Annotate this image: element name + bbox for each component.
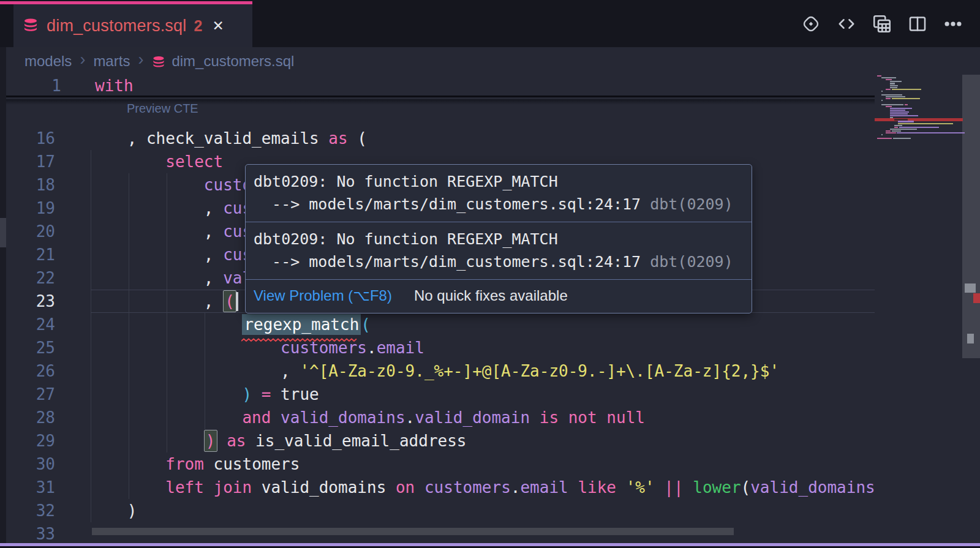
code-token: lower xyxy=(693,478,741,497)
dbt-logo-icon[interactable] xyxy=(800,13,822,35)
breadcrumb-marts[interactable]: marts xyxy=(93,53,130,70)
code-line-27[interactable]: 27 ) = true xyxy=(0,383,875,406)
line-number-25[interactable]: 25 xyxy=(6,336,55,359)
code-token: , xyxy=(281,362,300,380)
problem-source: dbt(0209) xyxy=(650,195,733,213)
code-token: as xyxy=(328,129,347,148)
code-token: '%' xyxy=(626,478,655,497)
line-number-18[interactable]: 18 xyxy=(6,173,55,197)
line-number-24[interactable]: 24 xyxy=(6,313,55,336)
problem-hover-popup: dbt0209: No function REGEXP_MATCH --> mo… xyxy=(245,164,752,313)
code-token: . xyxy=(405,408,415,427)
code-token xyxy=(217,432,227,450)
line-number-19[interactable]: 19 xyxy=(6,197,55,220)
minimap-line xyxy=(881,94,902,96)
code-token xyxy=(616,478,626,497)
line-number-32[interactable]: 32 xyxy=(6,499,55,522)
code-token: like xyxy=(578,478,616,497)
code-line-29[interactable]: 29 ) as is_valid_email_address xyxy=(0,429,875,452)
minimap-line xyxy=(894,127,899,128)
line-number-27[interactable]: 27 xyxy=(6,383,55,406)
line-number-16[interactable]: 16 xyxy=(6,127,55,150)
code-text: and valid_domains.valid_domain is not nu… xyxy=(89,406,645,429)
minimap-line xyxy=(890,108,912,109)
minimap-line xyxy=(886,89,891,90)
line-number-29[interactable]: 29 xyxy=(6,429,55,452)
code-token: = xyxy=(262,385,271,403)
minimap-line xyxy=(886,98,891,99)
minimap-line xyxy=(897,132,964,133)
line-number-23[interactable]: 23 xyxy=(6,290,55,313)
code-text: ) = true xyxy=(89,383,319,406)
line-number-31[interactable]: 31 xyxy=(6,476,55,499)
tab-bar: dim_customers.sql 2 ✕ xyxy=(0,0,980,47)
line-number-17[interactable]: 17 xyxy=(6,150,55,173)
line-number-28[interactable]: 28 xyxy=(6,406,55,429)
code-line-30[interactable]: 30 from customers xyxy=(0,452,875,476)
vertical-scrollbar-thumb[interactable] xyxy=(962,75,980,358)
database-icon xyxy=(22,17,39,34)
sticky-scroll-line[interactable]: 1 with xyxy=(6,74,875,97)
code-text: from customers xyxy=(89,452,300,476)
code-line-32[interactable]: 32 ) xyxy=(0,499,875,522)
code-text: regexp_match( xyxy=(89,313,371,336)
code-line-31[interactable]: 31 left join valid_domains on customers.… xyxy=(0,476,875,499)
minimap-line xyxy=(892,130,901,132)
minimap-line xyxy=(894,125,903,126)
code-token: ( xyxy=(361,315,371,334)
overview-ruler-mark xyxy=(973,293,980,303)
horizontal-scrollbar-thumb[interactable] xyxy=(92,528,734,535)
table-copy-icon[interactable] xyxy=(871,13,893,35)
more-actions-icon[interactable] xyxy=(942,13,964,35)
code-text: ) as is_valid_email_address xyxy=(89,429,467,452)
view-problem-link[interactable]: View Problem (⌥F8) xyxy=(254,287,392,304)
indent-guide xyxy=(129,173,129,499)
code-token: customers xyxy=(424,478,511,497)
tab-dim-customers-sql[interactable]: dim_customers.sql 2 ✕ xyxy=(13,4,252,47)
minimap-line xyxy=(893,138,911,139)
code-token: email xyxy=(377,339,424,357)
close-icon[interactable]: ✕ xyxy=(212,18,224,34)
sticky-code-text: with xyxy=(95,74,134,97)
code-token: valid_domain xyxy=(415,408,530,427)
code-line-26[interactable]: 26 , '^[A-Za-z0-9._%+-]+@[A-Za-z0-9.-]+\… xyxy=(0,359,875,383)
code-line-16[interactable]: 16 , check_valid_emails as ( xyxy=(0,127,875,150)
code-token xyxy=(597,408,607,427)
breadcrumb: models › marts › dim_customers.sql xyxy=(6,47,980,75)
code-token: from xyxy=(165,455,204,473)
line-number-33[interactable]: 33 xyxy=(6,522,55,546)
line-number-1[interactable]: 1 xyxy=(12,74,61,97)
line-number-26[interactable]: 26 xyxy=(6,359,55,383)
code-text: , check_valid_emails as ( xyxy=(89,127,367,150)
error-word-highlight: regexp_match xyxy=(242,314,361,335)
minimap-line xyxy=(892,89,921,90)
minimap-line xyxy=(890,129,918,130)
minimap-line xyxy=(890,85,899,86)
code-line-24[interactable]: 24 regexp_match( xyxy=(0,313,875,336)
code-icon[interactable] xyxy=(835,13,858,35)
no-quick-fixes-label: No quick fixes available xyxy=(414,287,568,304)
breadcrumb-file[interactable]: dim_customers.sql xyxy=(172,53,294,70)
editor-window: dim_customers.sql 2 ✕ xyxy=(0,0,980,548)
minimap-line xyxy=(890,110,906,111)
code-token xyxy=(252,385,262,403)
code-line-28[interactable]: 28 and valid_domains.valid_domain is not… xyxy=(0,406,875,429)
line-number-22[interactable]: 22 xyxy=(6,266,55,290)
line-number-20[interactable]: 20 xyxy=(6,220,55,243)
chevron-right-icon: › xyxy=(80,50,85,69)
error-squiggle xyxy=(241,334,358,338)
code-token: left xyxy=(165,478,204,497)
minimap[interactable] xyxy=(875,75,963,141)
line-number-30[interactable]: 30 xyxy=(6,452,55,476)
line-number-21[interactable]: 21 xyxy=(6,243,55,266)
code-text: ) xyxy=(89,499,137,522)
codelens-preview-cte[interactable]: Preview CTE xyxy=(127,102,198,116)
split-editor-icon[interactable] xyxy=(907,13,929,35)
minimap-line xyxy=(881,91,883,92)
breadcrumb-models[interactable]: models xyxy=(24,53,72,70)
minimap-line xyxy=(881,100,883,101)
indent-guide xyxy=(167,173,167,452)
code-line-25[interactable]: 25 customers.email xyxy=(0,336,875,359)
code-token: ( xyxy=(741,478,751,497)
minimap-line xyxy=(877,138,892,139)
